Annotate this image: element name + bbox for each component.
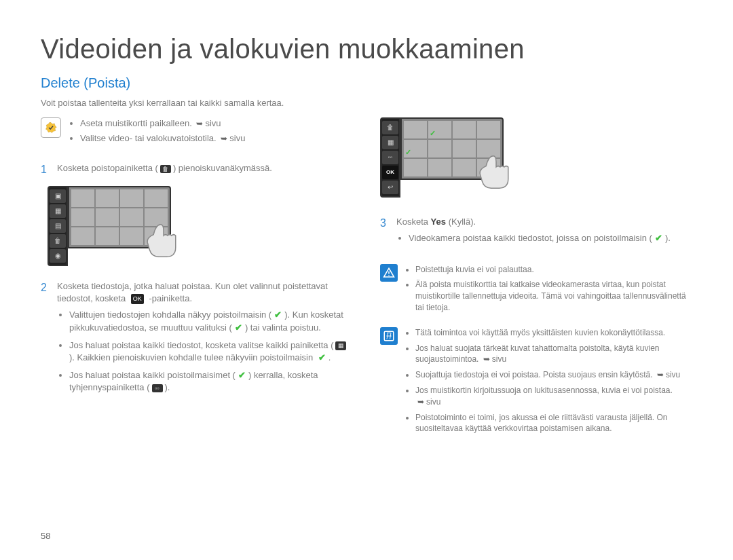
- info-item: Jos muistikortin kirjoitussuoja on lukit…: [415, 385, 692, 408]
- page-ref-arrow-icon: ➥: [221, 134, 227, 143]
- yes-label: Yes: [431, 217, 446, 227]
- prereq-item: Valitse video- tai valokuvatoistotila. ➥…: [80, 132, 245, 145]
- select-all-icon: ▦: [335, 341, 346, 350]
- page-ref-arrow-icon: ➥: [417, 397, 424, 407]
- page-ref-arrow-icon: ➥: [657, 370, 664, 379]
- info-item: Poistotoiminto ei toimi, jos akussa ei o…: [415, 412, 692, 435]
- step-text: -painiketta.: [147, 293, 192, 303]
- step-3: 3 Kosketa Yes (Kyllä). Videokamera poist…: [380, 216, 692, 254]
- check-icon: ✔: [238, 369, 246, 381]
- step-number: 1: [41, 162, 50, 177]
- prereq-text: Aseta muistikortti paikalleen.: [80, 118, 192, 128]
- intro-text: Voit poistaa tallenteita yksi kerrallaan…: [41, 98, 692, 108]
- check-icon: ✔: [235, 322, 242, 334]
- page-ref: sivu: [229, 133, 245, 143]
- check-icon: ✔: [655, 232, 662, 244]
- sidebar-icon: ▦: [50, 204, 66, 218]
- step-number: 3: [380, 216, 390, 254]
- page-title: Videoiden ja valokuvien muokkaaminen: [41, 34, 692, 64]
- device-sidebar: 🗑 ▦ ▫▫ OK ↩: [380, 117, 400, 198]
- thumbnail-device-figure-1: ▣ ▦ ▤ 🗑 ◉: [48, 186, 353, 268]
- step-bullet: Videokamera poistaa kaikki tiedostot, jo…: [409, 232, 692, 244]
- sidebar-icon: ▦: [382, 136, 398, 149]
- pointing-hand-icon: [138, 214, 189, 268]
- trash-icon: 🗑: [160, 165, 171, 174]
- step-bullet: Jos haluat poistaa kaikki tiedostot, kos…: [69, 339, 353, 364]
- warning-icon: [380, 264, 398, 282]
- thumbnail-device-figure-2: 🗑 ▦ ▫▫ OK ↩: [380, 117, 692, 200]
- left-column: Aseta muistikortti paikalleen. ➥sivu Val…: [41, 117, 353, 438]
- sidebar-icon: ↩: [382, 181, 398, 194]
- sidebar-trash-icon: 🗑: [382, 121, 398, 134]
- page-ref: sivu: [205, 118, 221, 128]
- sidebar-icon: ▫▫: [382, 151, 398, 164]
- info-item: Tätä toimintoa voi käyttää myös yksittäi…: [415, 327, 692, 339]
- check-icon: ✔: [274, 309, 282, 321]
- step-text: Kosketa: [396, 217, 431, 227]
- info-item: Jos haluat suojata tärkeät kuvat tahatto…: [415, 343, 692, 366]
- sidebar-trash-icon: 🗑: [50, 234, 66, 248]
- sidebar-icon: ▤: [50, 219, 66, 233]
- clear-icon: ▫▫: [152, 384, 163, 393]
- info-icon: [380, 327, 398, 345]
- warning-box: Poistettuja kuvia ei voi palauttaa. Älä …: [380, 264, 692, 318]
- pointing-hand-icon: [471, 146, 521, 200]
- page-ref-arrow-icon: ➥: [483, 354, 490, 364]
- step-text: Kosketa poistopainiketta (: [57, 163, 158, 173]
- info-box: Tätä toimintoa voi käyttää myös yksittäi…: [380, 327, 692, 438]
- check-icon: ✔: [318, 352, 326, 364]
- sidebar-icon: ◉: [50, 249, 66, 263]
- svg-point-2: [388, 275, 390, 276]
- device-sidebar: ▣ ▦ ▤ 🗑 ◉: [48, 186, 68, 266]
- warning-item: Poistettuja kuvia ei voi palauttaa.: [415, 264, 692, 276]
- right-column: 🗑 ▦ ▫▫ OK ↩ 3 Kosketa Yes (Kyllä).: [380, 117, 692, 438]
- sidebar-icon: ▣: [50, 189, 66, 203]
- step-text: ) pienoiskuvanäkymässä.: [173, 163, 272, 173]
- step-bullet: Valittujen tiedostojen kohdalla näkyy po…: [69, 309, 353, 333]
- prereq-item: Aseta muistikortti paikalleen. ➥sivu: [80, 117, 245, 130]
- prerequisite-box: Aseta muistikortti paikalleen. ➥sivu Val…: [41, 117, 353, 147]
- info-item: Suojattuja tiedostoja ei voi poistaa. Po…: [415, 369, 692, 381]
- checkmark-badge-icon: [41, 117, 61, 138]
- step-1: 1 Kosketa poistopainiketta (🗑) pienoisku…: [41, 162, 353, 177]
- warning-item: Älä poista muistikorttia tai katkaise vi…: [415, 279, 692, 313]
- sidebar-ok-button: OK: [382, 166, 398, 179]
- step-number: 2: [41, 280, 50, 404]
- prereq-text: Valitse video- tai valokuvatoistotila.: [80, 133, 217, 143]
- step-text: (Kyllä).: [446, 217, 476, 227]
- step-bullet: Jos haluat poistaa kaikki poistoilmaisim…: [69, 369, 353, 394]
- page-number: 58: [41, 531, 50, 541]
- step-text: Kosketa tiedostoja, jotka haluat poistaa…: [57, 281, 328, 303]
- ok-button-icon: OK: [131, 294, 144, 304]
- page-ref-arrow-icon: ➥: [196, 119, 203, 128]
- section-subtitle: Delete (Poista): [41, 75, 692, 91]
- step-2: 2 Kosketa tiedostoja, jotka haluat poist…: [41, 280, 353, 404]
